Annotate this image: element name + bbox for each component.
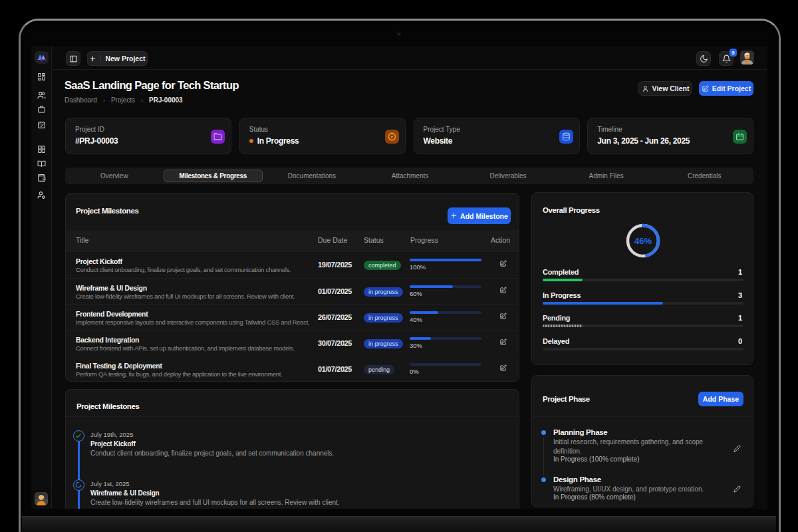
svg-text:46%: 46% xyxy=(634,236,652,246)
